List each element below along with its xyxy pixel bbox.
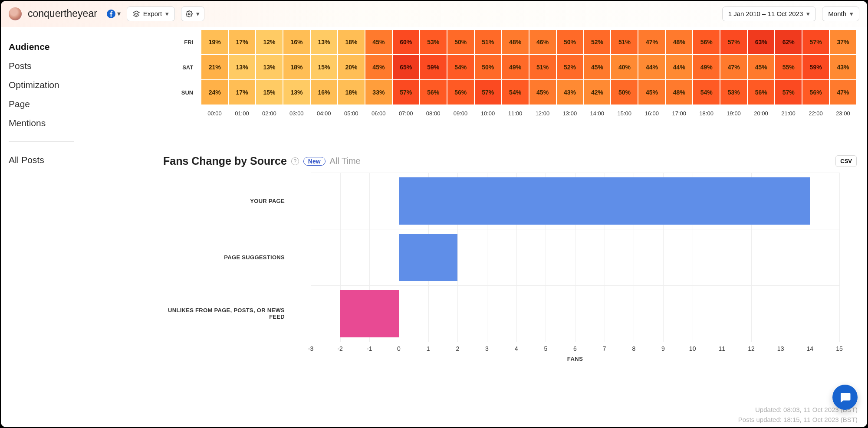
sidebar-item-optimization[interactable]: Optimization [9, 75, 145, 95]
heatmap-cell[interactable]: 54% [447, 55, 474, 80]
heatmap-cell[interactable]: 57% [720, 29, 747, 55]
heatmap-hour-label: 04:00 [310, 105, 338, 117]
settings-button[interactable]: ▾ [181, 7, 204, 21]
heatmap-cell[interactable]: 57% [474, 80, 502, 105]
sidebar-item-audience[interactable]: Audience [9, 37, 145, 56]
heatmap-cell[interactable]: 44% [665, 55, 693, 80]
bar[interactable] [399, 177, 810, 225]
granularity-button[interactable]: Month ▾ [822, 7, 859, 21]
heatmap-cell[interactable]: 65% [392, 55, 420, 80]
heatmap-cell[interactable]: 59% [802, 55, 829, 80]
heatmap-cell[interactable]: 18% [283, 55, 310, 80]
heatmap-cell[interactable]: 50% [611, 80, 638, 105]
heatmap-cell[interactable]: 51% [474, 29, 502, 55]
heatmap-cell[interactable]: 56% [420, 80, 447, 105]
heatmap-cell[interactable]: 63% [747, 29, 775, 55]
heatmap-hour-label: 23:00 [829, 105, 857, 117]
heatmap-cell[interactable]: 45% [529, 80, 556, 105]
heatmap-cell[interactable]: 33% [365, 80, 392, 105]
heatmap-cell[interactable]: 49% [693, 55, 720, 80]
heatmap-cell[interactable]: 18% [338, 80, 365, 105]
heatmap-cell[interactable]: 53% [720, 80, 747, 105]
sidebar-item-all-posts[interactable]: All Posts [9, 150, 145, 170]
avatar[interactable] [9, 7, 22, 20]
heatmap-cell[interactable]: 49% [502, 55, 529, 80]
heatmap-cell[interactable]: 55% [775, 55, 802, 80]
heatmap-cell[interactable]: 53% [420, 29, 447, 55]
heatmap-cell[interactable]: 52% [584, 29, 611, 55]
sidebar-item-posts[interactable]: Posts [9, 56, 145, 75]
heatmap-cell[interactable]: 50% [556, 29, 584, 55]
bar[interactable] [399, 234, 457, 281]
heatmap-cell[interactable]: 62% [775, 29, 802, 55]
heatmap-cell[interactable]: 17% [228, 80, 256, 105]
bar-label: YOUR PAGE [163, 173, 298, 229]
heatmap-cell[interactable]: 16% [283, 29, 310, 55]
x-tick: -1 [367, 345, 372, 352]
heatmap-cell[interactable]: 45% [365, 29, 392, 55]
help-icon[interactable]: ? [291, 157, 299, 165]
heatmap-cell[interactable]: 48% [665, 29, 693, 55]
export-button[interactable]: Export ▾ [127, 7, 175, 21]
heatmap-cell[interactable]: 50% [474, 55, 502, 80]
heatmap-cell[interactable]: 47% [720, 55, 747, 80]
heatmap-cell[interactable]: 43% [829, 55, 857, 80]
heatmap-cell[interactable]: 15% [310, 55, 338, 80]
heatmap-cell[interactable]: 13% [256, 55, 283, 80]
sidebar-item-page[interactable]: Page [9, 95, 145, 114]
platform-select[interactable]: ▾ [107, 10, 121, 18]
heatmap-hour-label: 21:00 [775, 105, 802, 117]
heatmap-cell[interactable]: 48% [502, 29, 529, 55]
heatmap-cell[interactable]: 40% [611, 55, 638, 80]
section-subtitle: All Time [330, 156, 361, 166]
heatmap-hour-label: 12:00 [529, 105, 556, 117]
heatmap-cell[interactable]: 37% [829, 29, 857, 55]
heatmap-cell[interactable]: 56% [802, 80, 829, 105]
heatmap-cell[interactable]: 13% [310, 29, 338, 55]
heatmap-cell[interactable]: 13% [283, 80, 310, 105]
heatmap-cell[interactable]: 57% [775, 80, 802, 105]
heatmap-cell[interactable]: 15% [256, 80, 283, 105]
date-range-button[interactable]: 1 Jan 2010 – 11 Oct 2023 ▾ [722, 7, 816, 21]
chat-button[interactable] [832, 385, 858, 410]
heatmap-cell[interactable]: 56% [447, 80, 474, 105]
heatmap-cell[interactable]: 13% [228, 55, 256, 80]
heatmap-cell[interactable]: 19% [201, 29, 228, 55]
heatmap-cell[interactable]: 21% [201, 55, 228, 80]
heatmap-cell[interactable]: 20% [338, 55, 365, 80]
heatmap-cell[interactable]: 59% [420, 55, 447, 80]
bar[interactable] [340, 290, 399, 337]
heatmap-cell[interactable]: 46% [529, 29, 556, 55]
heatmap-cell[interactable]: 60% [392, 29, 420, 55]
heatmap-cell[interactable]: 43% [556, 80, 584, 105]
heatmap-cell[interactable]: 52% [556, 55, 584, 80]
heatmap-cell[interactable]: 57% [802, 29, 829, 55]
heatmap-cell[interactable]: 57% [392, 80, 420, 105]
csv-button[interactable]: CSV [835, 155, 857, 167]
heatmap-cell[interactable]: 16% [310, 80, 338, 105]
heatmap-hour-label: 16:00 [638, 105, 665, 117]
heatmap-cell[interactable]: 54% [693, 80, 720, 105]
heatmap-cell[interactable]: 47% [638, 29, 665, 55]
heatmap-cell[interactable]: 51% [529, 55, 556, 80]
heatmap-cell[interactable]: 56% [693, 29, 720, 55]
heatmap-cell[interactable]: 45% [638, 80, 665, 105]
heatmap-cell[interactable]: 56% [747, 80, 775, 105]
date-range-label: 1 Jan 2010 – 11 Oct 2023 [728, 10, 803, 17]
heatmap-cell[interactable]: 50% [447, 29, 474, 55]
heatmap-cell[interactable]: 54% [502, 80, 529, 105]
heatmap-cell[interactable]: 18% [338, 29, 365, 55]
heatmap-cell[interactable]: 47% [829, 80, 857, 105]
heatmap-cell[interactable]: 51% [611, 29, 638, 55]
heatmap-cell[interactable]: 45% [584, 55, 611, 80]
heatmap-cell[interactable]: 45% [747, 55, 775, 80]
heatmap-cell[interactable]: 17% [228, 29, 256, 55]
heatmap-cell[interactable]: 45% [365, 55, 392, 80]
sidebar-item-mentions[interactable]: Mentions [9, 114, 145, 133]
heatmap-cell[interactable]: 24% [201, 80, 228, 105]
heatmap-cell[interactable]: 44% [638, 55, 665, 80]
heatmap-cell[interactable]: 12% [256, 29, 283, 55]
heatmap-cell[interactable]: 48% [665, 80, 693, 105]
x-axis-label: FANS [311, 356, 839, 362]
heatmap-cell[interactable]: 42% [584, 80, 611, 105]
